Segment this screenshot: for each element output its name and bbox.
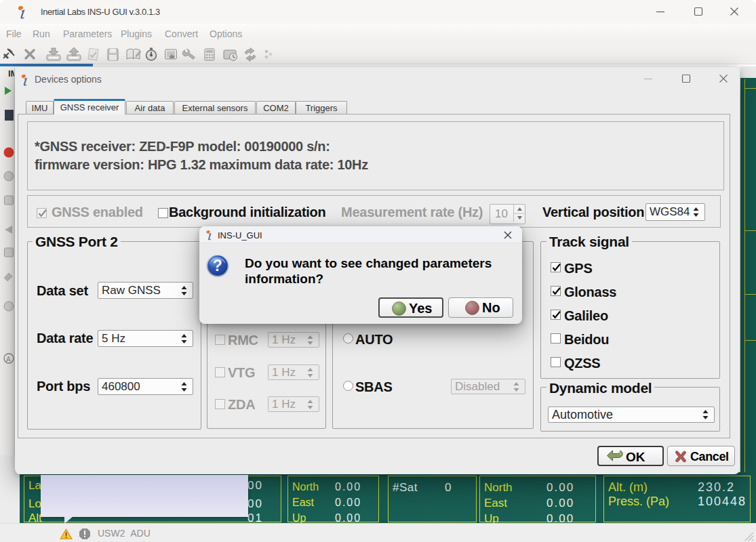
svg-text:?: ? xyxy=(213,257,222,274)
svg-text:A: A xyxy=(6,356,11,363)
